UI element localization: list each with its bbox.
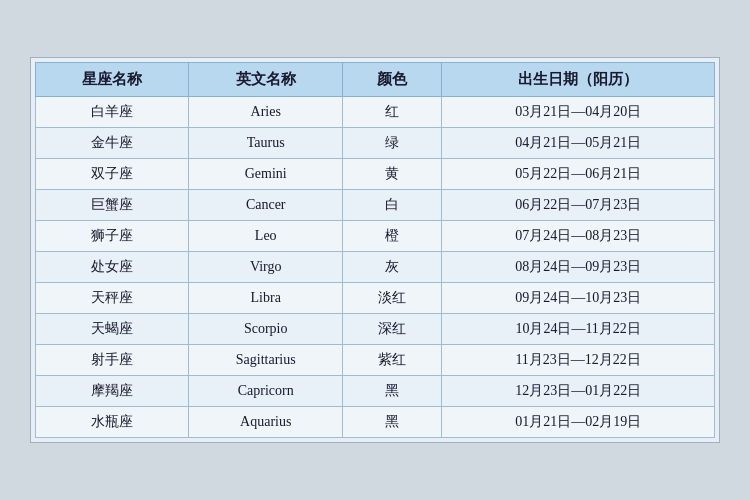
table-row: 射手座Sagittarius紫红11月23日—12月22日 bbox=[36, 345, 715, 376]
cell-color: 黑 bbox=[342, 376, 441, 407]
cell-english-name: Virgo bbox=[189, 252, 342, 283]
cell-english-name: Sagittarius bbox=[189, 345, 342, 376]
cell-dates: 04月21日—05月21日 bbox=[442, 128, 715, 159]
cell-color: 黑 bbox=[342, 407, 441, 438]
header-dates: 出生日期（阳历） bbox=[442, 63, 715, 97]
cell-english-name: Gemini bbox=[189, 159, 342, 190]
cell-chinese-name: 水瓶座 bbox=[36, 407, 189, 438]
cell-english-name: Scorpio bbox=[189, 314, 342, 345]
cell-dates: 08月24日—09月23日 bbox=[442, 252, 715, 283]
cell-color: 橙 bbox=[342, 221, 441, 252]
cell-dates: 07月24日—08月23日 bbox=[442, 221, 715, 252]
cell-chinese-name: 射手座 bbox=[36, 345, 189, 376]
cell-chinese-name: 金牛座 bbox=[36, 128, 189, 159]
cell-english-name: Aries bbox=[189, 97, 342, 128]
cell-english-name: Aquarius bbox=[189, 407, 342, 438]
cell-dates: 05月22日—06月21日 bbox=[442, 159, 715, 190]
table-row: 金牛座Taurus绿04月21日—05月21日 bbox=[36, 128, 715, 159]
cell-dates: 06月22日—07月23日 bbox=[442, 190, 715, 221]
cell-dates: 09月24日—10月23日 bbox=[442, 283, 715, 314]
cell-chinese-name: 狮子座 bbox=[36, 221, 189, 252]
cell-dates: 03月21日—04月20日 bbox=[442, 97, 715, 128]
cell-english-name: Taurus bbox=[189, 128, 342, 159]
cell-dates: 11月23日—12月22日 bbox=[442, 345, 715, 376]
header-chinese-name: 星座名称 bbox=[36, 63, 189, 97]
table-body: 白羊座Aries红03月21日—04月20日金牛座Taurus绿04月21日—0… bbox=[36, 97, 715, 438]
table-row: 巨蟹座Cancer白06月22日—07月23日 bbox=[36, 190, 715, 221]
cell-chinese-name: 处女座 bbox=[36, 252, 189, 283]
table-row: 水瓶座Aquarius黑01月21日—02月19日 bbox=[36, 407, 715, 438]
cell-english-name: Libra bbox=[189, 283, 342, 314]
cell-chinese-name: 巨蟹座 bbox=[36, 190, 189, 221]
cell-chinese-name: 白羊座 bbox=[36, 97, 189, 128]
table-header-row: 星座名称 英文名称 颜色 出生日期（阳历） bbox=[36, 63, 715, 97]
header-color: 颜色 bbox=[342, 63, 441, 97]
table-row: 狮子座Leo橙07月24日—08月23日 bbox=[36, 221, 715, 252]
zodiac-table: 星座名称 英文名称 颜色 出生日期（阳历） 白羊座Aries红03月21日—04… bbox=[35, 62, 715, 438]
cell-dates: 12月23日—01月22日 bbox=[442, 376, 715, 407]
cell-color: 绿 bbox=[342, 128, 441, 159]
cell-color: 红 bbox=[342, 97, 441, 128]
cell-dates: 01月21日—02月19日 bbox=[442, 407, 715, 438]
header-english-name: 英文名称 bbox=[189, 63, 342, 97]
cell-color: 紫红 bbox=[342, 345, 441, 376]
cell-color: 白 bbox=[342, 190, 441, 221]
cell-color: 淡红 bbox=[342, 283, 441, 314]
table-row: 双子座Gemini黄05月22日—06月21日 bbox=[36, 159, 715, 190]
zodiac-table-container: 星座名称 英文名称 颜色 出生日期（阳历） 白羊座Aries红03月21日—04… bbox=[30, 57, 720, 443]
cell-english-name: Capricorn bbox=[189, 376, 342, 407]
cell-chinese-name: 天秤座 bbox=[36, 283, 189, 314]
table-row: 处女座Virgo灰08月24日—09月23日 bbox=[36, 252, 715, 283]
cell-chinese-name: 摩羯座 bbox=[36, 376, 189, 407]
cell-color: 黄 bbox=[342, 159, 441, 190]
cell-english-name: Leo bbox=[189, 221, 342, 252]
table-row: 天秤座Libra淡红09月24日—10月23日 bbox=[36, 283, 715, 314]
table-row: 白羊座Aries红03月21日—04月20日 bbox=[36, 97, 715, 128]
cell-chinese-name: 天蝎座 bbox=[36, 314, 189, 345]
cell-english-name: Cancer bbox=[189, 190, 342, 221]
cell-chinese-name: 双子座 bbox=[36, 159, 189, 190]
table-row: 天蝎座Scorpio深红10月24日—11月22日 bbox=[36, 314, 715, 345]
cell-color: 灰 bbox=[342, 252, 441, 283]
cell-dates: 10月24日—11月22日 bbox=[442, 314, 715, 345]
cell-color: 深红 bbox=[342, 314, 441, 345]
table-row: 摩羯座Capricorn黑12月23日—01月22日 bbox=[36, 376, 715, 407]
